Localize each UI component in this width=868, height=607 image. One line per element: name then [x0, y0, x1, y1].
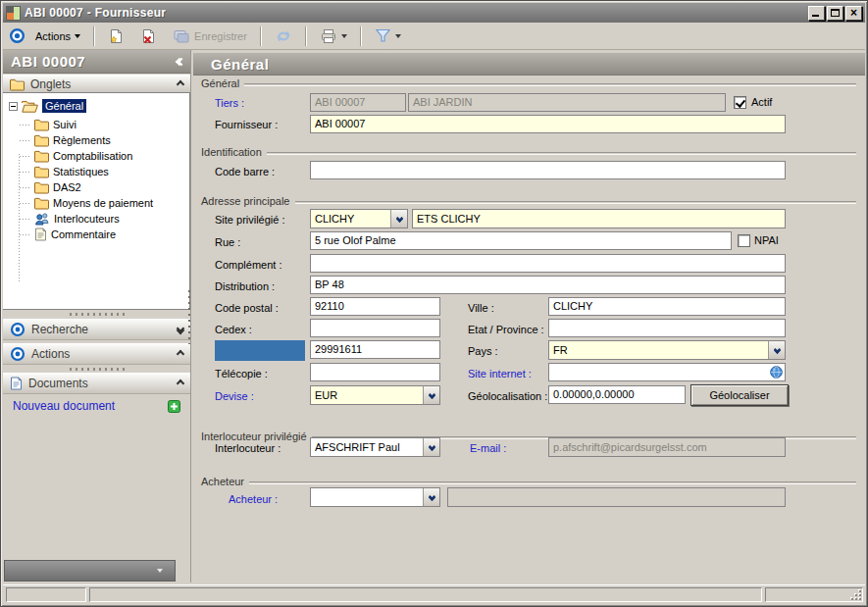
- combo-dropdown-button[interactable]: [423, 488, 439, 506]
- tree-expander-icon[interactable]: [9, 102, 18, 111]
- group-general: Général: [201, 77, 856, 89]
- status-cell-main: [89, 587, 762, 602]
- devise-label[interactable]: Devise :: [215, 387, 254, 406]
- site-internet-label[interactable]: Site internet :: [468, 365, 532, 383]
- panel-header-actions[interactable]: Actions: [3, 343, 190, 365]
- note-icon: [34, 228, 47, 241]
- cedex-label: Cedex :: [215, 321, 252, 339]
- panel-splitter[interactable]: [3, 366, 190, 373]
- toolbar-separator: [93, 26, 95, 46]
- complement-field[interactable]: [310, 254, 786, 273]
- sidebar: ABI 00007 Onglets Général Suivi: [3, 50, 191, 582]
- chevron-up-icon: [178, 382, 183, 384]
- printer-icon: [320, 28, 337, 44]
- panel-header-recherche[interactable]: Recherche: [3, 319, 190, 340]
- save-button[interactable]: Enregistrer: [167, 25, 253, 47]
- chevron-down-icon: [75, 34, 80, 38]
- tree-label-general[interactable]: Général: [42, 99, 86, 113]
- devise-combo[interactable]: EUR: [310, 385, 440, 405]
- interlocuteur-combo[interactable]: AFSCHRIFT Paul: [310, 437, 440, 457]
- collapsed-panel-bar[interactable]: [4, 560, 176, 582]
- document-icon: [10, 377, 23, 390]
- tree-item-moyens-de-paiement[interactable]: Moyens de paiement: [34, 195, 153, 211]
- window-title: ABI 00007 - Fournisseur: [25, 6, 804, 20]
- code-barre-field[interactable]: [310, 161, 786, 179]
- tree-label: Règlements: [53, 134, 111, 146]
- folder-open-icon: [22, 100, 38, 113]
- tree-item-commentaire[interactable]: Commentaire: [34, 227, 116, 242]
- fournisseur-field[interactable]: ABI 00007: [310, 115, 786, 133]
- pays-combo[interactable]: FR: [548, 340, 786, 360]
- site-internet-field[interactable]: [548, 363, 786, 381]
- site-privilegie-label: Site privilégié :: [215, 211, 285, 229]
- save-label: Enregistrer: [194, 30, 247, 42]
- combo-dropdown-button[interactable]: [768, 341, 785, 359]
- tree-item-interlocuteurs[interactable]: Interlocuteurs: [34, 211, 120, 227]
- print-button[interactable]: [314, 25, 353, 47]
- combo-dropdown-button[interactable]: [423, 438, 439, 456]
- sidebar-record-header: ABI 00007: [3, 50, 190, 74]
- combo-dropdown-button[interactable]: [390, 210, 407, 228]
- acheteur-label[interactable]: Acheteur :: [229, 490, 278, 509]
- tree-item-reglements[interactable]: Règlements: [34, 132, 111, 148]
- add-icon[interactable]: [168, 400, 180, 413]
- collapse-sidebar-icon[interactable]: [179, 59, 182, 65]
- close-button[interactable]: ×: [845, 6, 862, 21]
- delete-icon: [140, 28, 157, 44]
- ville-field[interactable]: CLICHY: [548, 297, 786, 316]
- filter-button[interactable]: [369, 25, 407, 46]
- refresh-button[interactable]: [269, 25, 298, 47]
- tree-connector: [20, 125, 31, 126]
- telephone-field[interactable]: 29991611: [310, 340, 440, 359]
- site-privilegie-name-field[interactable]: ETS CLICHY: [412, 209, 786, 228]
- new-document-link[interactable]: Nouveau document: [13, 399, 168, 413]
- cedex-field[interactable]: [310, 319, 440, 337]
- status-cell-left: [6, 587, 86, 602]
- telephone-label-highlighted[interactable]: [215, 340, 305, 361]
- folder-icon: [34, 134, 49, 147]
- interlocuteur-label: Interlocuteur :: [215, 439, 281, 458]
- new-button[interactable]: [102, 25, 130, 47]
- telecopie-label: Télécopie :: [215, 365, 268, 383]
- maximize-button[interactable]: [827, 6, 843, 21]
- actif-checkbox[interactable]: [734, 96, 746, 109]
- distribution-field[interactable]: BP 48: [310, 276, 786, 294]
- save-icon: [173, 28, 190, 44]
- title-bar[interactable]: ABI 00007 - Fournisseur ×: [3, 3, 865, 23]
- new-document-row: Nouveau document: [3, 396, 190, 416]
- geolocalisation-field[interactable]: 0.00000,0.00000: [548, 385, 686, 404]
- tree-item-suivi[interactable]: Suivi: [34, 117, 77, 132]
- panel-header-onglets[interactable]: Onglets: [3, 75, 190, 94]
- code-postal-field[interactable]: 92110: [310, 297, 440, 316]
- etat-province-field[interactable]: [548, 319, 786, 337]
- tree-item-statistiques[interactable]: Statistiques: [34, 164, 109, 179]
- site-privilegie-combo[interactable]: CLICHY: [310, 209, 408, 228]
- sidebar-splitter[interactable]: [188, 290, 190, 344]
- globe-icon[interactable]: [770, 366, 783, 379]
- minimize-button[interactable]: [808, 6, 825, 21]
- combo-value: AFSCHRIFT Paul: [311, 438, 423, 456]
- tree-item-general[interactable]: Général: [9, 98, 86, 114]
- acheteur-combo[interactable]: [310, 487, 440, 507]
- filter-icon: [375, 28, 391, 43]
- panel-label-documents: Documents: [28, 377, 172, 390]
- panel-header-documents[interactable]: Documents: [3, 373, 190, 394]
- tiers-label[interactable]: Tiers :: [215, 94, 244, 113]
- actions-menu-button[interactable]: Actions: [29, 27, 86, 45]
- tree-connector: [20, 156, 31, 157]
- panel-label-recherche: Recherche: [31, 323, 172, 336]
- rue-field[interactable]: 5 rue Olof Palme: [310, 231, 732, 250]
- delete-button[interactable]: [134, 25, 163, 47]
- tree-item-das2[interactable]: DAS2: [34, 179, 81, 195]
- combo-dropdown-button[interactable]: [423, 386, 439, 404]
- tree-label: Moyens de paiement: [53, 197, 153, 209]
- etat-province-label: Etat / Province :: [468, 321, 544, 339]
- npai-checkbox[interactable]: [738, 234, 750, 247]
- geolocaliser-button[interactable]: Géolocaliser: [690, 384, 789, 406]
- telecopie-field[interactable]: [310, 363, 440, 381]
- tree-item-comptabilisation[interactable]: Comptabilisation: [34, 148, 132, 164]
- panel-label-actions: Actions: [31, 347, 172, 361]
- panel-splitter[interactable]: [3, 311, 190, 318]
- resize-grip[interactable]: [849, 588, 861, 600]
- email-label[interactable]: E-mail :: [470, 439, 506, 458]
